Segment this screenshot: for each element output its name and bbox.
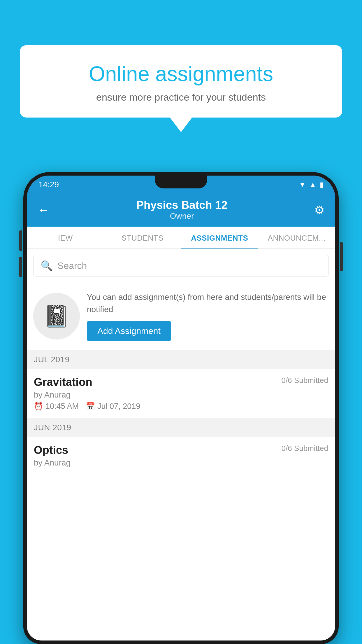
app-header: ← Physics Batch 12 Owner ⚙ xyxy=(27,194,335,227)
calendar-icon: 📅 xyxy=(86,402,95,411)
search-bar[interactable]: 🔍 Search xyxy=(33,255,329,276)
tab-students[interactable]: STUDENTS xyxy=(104,227,181,249)
clock-icon: ⏰ xyxy=(34,402,43,411)
assignment-name-optics: Optics xyxy=(34,444,68,456)
back-button[interactable]: ← xyxy=(37,203,50,217)
assignment-submitted-optics: 0/6 Submitted xyxy=(282,444,328,453)
signal-icon: ▲ xyxy=(309,181,316,189)
assignment-item-gravitation[interactable]: Gravitation 0/6 Submitted by Anurag ⏰ 10… xyxy=(27,369,335,418)
status-time: 14:29 xyxy=(38,180,59,189)
assignment-by-optics: by Anurag xyxy=(34,458,328,468)
header-title: Physics Batch 12 xyxy=(50,199,314,211)
speech-bubble-title: Online assignments xyxy=(37,61,325,86)
battery-icon: ▮ xyxy=(320,181,324,189)
tab-iew[interactable]: IEW xyxy=(27,227,104,249)
assignment-submitted: 0/6 Submitted xyxy=(282,376,328,385)
notebook-icon: 📓 xyxy=(43,304,70,329)
header-center: Physics Batch 12 Owner xyxy=(50,199,314,221)
search-container: 🔍 Search xyxy=(27,249,335,282)
search-icon: 🔍 xyxy=(41,260,53,272)
assignment-top-row-optics: Optics 0/6 Submitted xyxy=(34,444,328,456)
phone-screen: 14:29 ▼ ▲ ▮ ← Physics Batch 12 Owner ⚙ I… xyxy=(27,176,335,640)
speech-bubble: Online assignments ensure more practice … xyxy=(20,45,342,118)
assignment-name: Gravitation xyxy=(34,376,92,388)
tabs-bar: IEW STUDENTS ASSIGNMENTS ANNOUNCEM... xyxy=(27,227,335,249)
status-icons: ▼ ▲ ▮ xyxy=(299,181,324,189)
content-area: 🔍 Search 📓 You can add assignment(s) fro… xyxy=(27,249,335,477)
assignment-promo: 📓 You can add assignment(s) from here an… xyxy=(27,282,335,350)
speech-bubble-arrow xyxy=(170,118,192,132)
promo-text: You can add assignment(s) from here and … xyxy=(87,291,329,316)
phone-frame: 14:29 ▼ ▲ ▮ ← Physics Batch 12 Owner ⚙ I… xyxy=(23,172,339,644)
volume-down-button[interactable] xyxy=(19,257,22,277)
assignment-top-row: Gravitation 0/6 Submitted xyxy=(34,376,328,388)
assignment-meta: ⏰ 10:45 AM 📅 Jul 07, 2019 xyxy=(34,402,328,411)
month-header-jun: JUN 2019 xyxy=(27,418,335,437)
tab-assignments[interactable]: ASSIGNMENTS xyxy=(181,227,258,249)
assignment-item-optics[interactable]: Optics 0/6 Submitted by Anurag xyxy=(27,437,335,477)
month-header-jul: JUL 2019 xyxy=(27,350,335,369)
wifi-icon: ▼ xyxy=(299,181,306,189)
tab-announcements[interactable]: ANNOUNCEM... xyxy=(258,227,335,249)
power-button[interactable] xyxy=(340,242,343,271)
volume-up-button[interactable] xyxy=(19,230,22,251)
promo-icon-circle: 📓 xyxy=(33,293,80,340)
assignment-time: ⏰ 10:45 AM xyxy=(34,402,79,411)
phone-notch xyxy=(155,176,207,188)
assignment-by: by Anurag xyxy=(34,390,328,400)
header-subtitle: Owner xyxy=(50,211,314,221)
add-assignment-button[interactable]: Add Assignment xyxy=(87,321,171,341)
settings-icon[interactable]: ⚙ xyxy=(314,203,325,217)
speech-bubble-container: Online assignments ensure more practice … xyxy=(20,45,342,132)
speech-bubble-subtitle: ensure more practice for your students xyxy=(37,92,325,103)
promo-right: You can add assignment(s) from here and … xyxy=(87,291,329,341)
search-placeholder: Search xyxy=(57,260,87,271)
assignment-date: 📅 Jul 07, 2019 xyxy=(86,402,140,411)
